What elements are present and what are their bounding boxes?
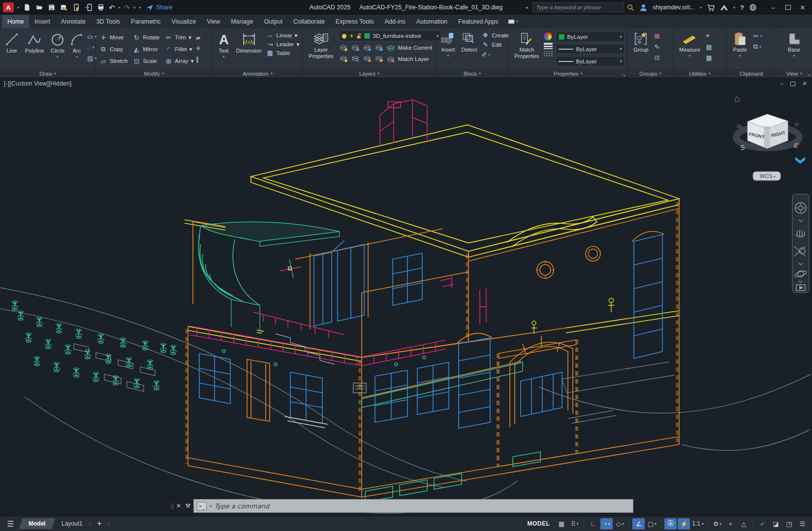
erase-button[interactable]: ▰ [196,33,201,42]
circle-button[interactable]: Circle ▾ [49,30,66,59]
layer-on-off-icon[interactable] [339,56,348,62]
save-as-icon[interactable] [60,3,68,12]
share-button[interactable]: Share [146,4,172,11]
open-from-mobile-icon[interactable] [72,3,81,12]
tab-add-ins[interactable]: Add-ins [379,15,410,28]
rectangle-button[interactable]: ▭▾ [87,32,96,41]
compass-north[interactable]: N [794,121,800,128]
panel-clipboard-footer[interactable]: Clipboard [727,69,776,78]
viewport-controls[interactable]: [-][Custom View][Hidden] [4,80,71,87]
isometric-drafting-toggle[interactable]: ◇▾ [614,518,626,530]
arc-button[interactable]: Arc ▾ [70,30,84,59]
layer-thaw-all-icon[interactable] [363,56,372,62]
create-block-button[interactable]: ❖Create [481,31,509,39]
search-input[interactable] [532,2,624,12]
dimension-button[interactable]: Dimension [235,30,263,54]
snap-toggle[interactable]: ⠿▾ [568,518,581,530]
make-current-button[interactable]: Make Current [386,44,432,51]
quick-calculator-button[interactable]: ▦ [706,53,712,62]
drawing-viewport[interactable]: ⌂ S E W N FRONT RIGHT WCS ▾ [0,78,812,516]
panel-block-footer[interactable]: Block▾ [436,69,508,78]
layout-menu-icon[interactable]: ☰ [0,519,21,529]
redo-caret-icon[interactable]: ▾ [133,5,135,10]
explode-button[interactable]: ✳ [196,44,201,53]
measure-button[interactable]: Measure ▾ [677,30,702,58]
tab-visualize[interactable]: Visualize [166,15,202,28]
user-avatar-icon[interactable] [639,3,648,12]
minimize-button[interactable]: – [766,0,781,14]
plot-icon[interactable] [96,3,105,12]
viewcube-home-icon[interactable]: ⌂ [734,93,740,104]
wcs-dropdown[interactable]: WCS ▾ [753,172,781,180]
object-color-dropdown[interactable]: ByLayer ▾ [556,31,625,42]
command-line-customize-icon[interactable]: ⚒ [185,502,190,509]
command-line-close-icon[interactable]: ✕ [176,502,181,509]
paste-button[interactable]: Paste ▾ [730,30,750,58]
app-store-cart-icon[interactable] [707,3,715,12]
open-file-icon[interactable] [35,3,44,12]
navigation-bar[interactable] [792,194,809,293]
trim-button[interactable]: ✂Trim▾ [164,34,193,41]
autodesk-caret-icon[interactable]: ▾ [733,5,735,10]
model-space-badge[interactable]: MODEL [527,520,550,527]
linetype-dropdown[interactable]: ByLayer ▾ [556,56,625,66]
language-globe-icon[interactable] [749,3,757,11]
group-selection-button[interactable]: ⊟ [654,53,659,62]
hardware-acceleration-toggle[interactable]: ✓ [756,518,769,530]
layer-unlock-all-icon[interactable] [375,56,383,62]
autodesk-logo-icon[interactable] [720,3,728,12]
grid-toggle[interactable]: ▦ [555,518,567,530]
fillet-button[interactable]: ◜Fillet▾ [164,46,193,53]
tab-manage[interactable]: Manage [225,15,258,28]
model-space-canvas[interactable]: ⌂ S E W N FRONT RIGHT WCS ▾ [0,78,812,516]
workspace-switching[interactable]: ⚙▾ [711,518,723,530]
qat-customize-icon[interactable]: ▾ [139,5,141,10]
save-to-mobile-icon[interactable] [84,3,93,12]
detect-button[interactable]: Detect [460,30,478,53]
ortho-toggle[interactable]: ∟ [587,518,599,530]
new-file-icon[interactable] [23,3,31,12]
copy-button[interactable]: ⧉Copy [99,45,127,53]
tab-parametric[interactable]: Parametric [125,15,166,28]
line-button[interactable]: Line [3,30,20,54]
match-layer-button[interactable]: Match Layer [386,56,429,62]
tab-insert[interactable]: Insert [29,15,55,28]
hatch-button[interactable]: ▨▾ [87,54,96,62]
lineweight-dropdown[interactable]: ByLayer ▾ [556,44,625,54]
layer-lock-icon[interactable] [375,44,383,51]
search-expand-icon[interactable]: ◂ [526,5,528,10]
cut-button[interactable]: ✂▾ [753,31,762,40]
match-properties-button[interactable]: Match Properties [512,30,541,59]
base-button[interactable]: Base ▾ [784,30,804,58]
quick-measure-button[interactable]: ▩ [706,42,712,51]
tab-annotate[interactable]: Annotate [56,15,91,28]
layer-isolate-icon[interactable] [351,44,360,51]
tab-automation[interactable]: Automation [411,15,453,28]
rotate-button[interactable]: ↻Rotate [132,34,159,41]
panel-utilities-footer[interactable]: Utilities▾ [673,69,726,78]
help-icon[interactable]: ? [740,4,744,11]
graphics-performance-button[interactable]: ◪ [770,518,782,530]
search-icon[interactable] [627,4,634,11]
insert-block-button[interactable]: Insert ▾ [439,30,457,58]
edit-block-button[interactable]: ✎Edit [481,41,509,48]
group-button[interactable]: Group [631,30,651,53]
quick-select-button[interactable]: ⌖ [706,31,712,40]
move-button[interactable]: ✛Move [99,34,127,41]
offset-button[interactable]: ∥ [196,55,201,63]
annotation-visibility-toggle[interactable]: Ⓐ [664,518,677,530]
layer-off-icon[interactable] [339,44,348,51]
array-button[interactable]: ⊞Array▾ [164,58,193,65]
panel-layers-footer[interactable]: Layers▾ [303,69,435,78]
ribbon-display-toggle[interactable]: ▾ [508,15,518,28]
annotation-monitor-toggle[interactable]: + [724,518,737,530]
tab-view[interactable]: View [201,15,225,28]
annotation-autoscale-toggle[interactable]: ⚡ [678,518,690,530]
user-menu-caret-icon[interactable]: ▾ [700,5,702,10]
layer-select-dropdown[interactable]: ☀ 3D_furniture-indoor ▾ [339,30,441,41]
view-launcher-icon[interactable]: ↘ [807,72,811,77]
model-tab[interactable]: Model [19,518,56,529]
units-button[interactable]: △ [738,518,750,530]
new-layout-button[interactable]: + [93,519,105,528]
layout1-tab[interactable]: Layout1 [57,518,88,529]
